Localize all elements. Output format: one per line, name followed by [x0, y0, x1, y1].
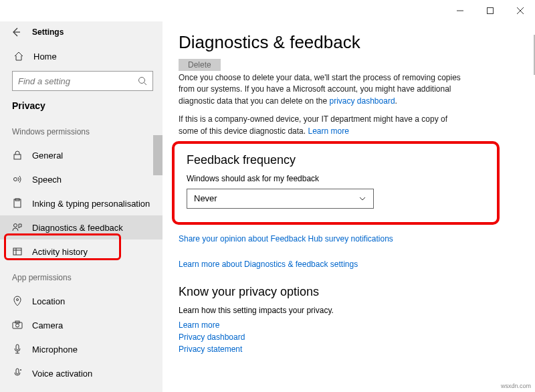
home-label: Home — [33, 52, 57, 62]
search-icon — [138, 76, 147, 86]
learn-more-link-2[interactable]: Learn more — [179, 320, 219, 330]
nav-speech[interactable]: Speech — [0, 167, 163, 191]
feedback-frequency-title: Feedback frequency — [187, 153, 485, 167]
feedback-frequency-select[interactable]: Never — [187, 189, 374, 209]
svg-rect-12 — [13, 248, 21, 255]
nav-inking[interactable]: Inking & typing personalisation — [0, 191, 163, 215]
location-icon — [12, 296, 23, 306]
nav-label: Diagnostics & feedback — [32, 223, 123, 233]
nav-diagnostics[interactable]: Diagnostics & feedback — [0, 215, 163, 239]
close-button[interactable] — [505, 1, 535, 20]
home-icon — [13, 51, 24, 62]
window-titlebar — [0, 0, 535, 21]
nav-activity[interactable]: Activity history — [0, 239, 163, 264]
highlight-annotation-box: Feedback frequency Windows should ask fo… — [172, 141, 500, 225]
microphone-icon — [12, 344, 23, 355]
svg-rect-1 — [487, 8, 493, 14]
svg-point-21 — [20, 369, 21, 371]
feedback-hub-opinion-link[interactable]: Share your opinion about Feedback Hub su… — [179, 234, 393, 243]
app-title: Settings — [32, 27, 64, 37]
svg-rect-19 — [16, 345, 19, 350]
nav-label: Speech — [32, 175, 62, 185]
nav-label: Activity history — [32, 247, 88, 257]
nav-label: Microphone — [32, 345, 78, 355]
back-button[interactable] — [9, 25, 23, 39]
privacy-dashboard-link[interactable]: privacy dashboard — [330, 96, 395, 106]
sidebar-scrollbar[interactable] — [153, 135, 163, 175]
feedback-icon — [12, 222, 23, 233]
nav-general[interactable]: General — [0, 143, 163, 167]
nav-label: General — [32, 151, 63, 161]
delete-description: Once you choose to delete your data, we'… — [179, 72, 466, 107]
sidebar: Settings Home Privacy Windows permission… — [0, 21, 163, 392]
nav-label: Location — [32, 296, 65, 306]
privacy-dashboard-link-2[interactable]: Privacy dashboard — [179, 332, 245, 342]
svg-line-6 — [144, 83, 147, 86]
minimize-button[interactable] — [445, 1, 475, 20]
lock-icon — [12, 150, 23, 161]
privacy-statement-link[interactable]: Privacy statement — [179, 345, 242, 354]
learn-more-link[interactable]: Learn more — [308, 126, 348, 136]
know-privacy-title: Know your privacy options — [179, 285, 516, 299]
nav-label: Voice activation — [32, 369, 92, 379]
voice-icon — [12, 368, 23, 379]
group-app-permissions: App permissions — [0, 264, 163, 289]
nav-label: Camera — [32, 320, 63, 330]
svg-rect-20 — [16, 369, 19, 374]
delete-button[interactable]: Delete — [179, 59, 221, 71]
clipboard-icon — [12, 198, 23, 209]
home-nav[interactable]: Home — [0, 45, 163, 68]
nav-microphone[interactable]: Microphone — [0, 337, 163, 361]
svg-rect-7 — [14, 155, 21, 159]
page-title: Diagnostics & feedback — [179, 32, 516, 53]
svg-point-15 — [17, 299, 19, 301]
search-field[interactable] — [18, 76, 138, 86]
know-privacy-sub: Learn how this setting impacts your priv… — [179, 306, 516, 315]
nav-location[interactable]: Location — [0, 289, 163, 313]
group-windows-permissions: Windows permissions — [0, 118, 163, 143]
feedback-label: Windows should ask for my feedback — [187, 174, 485, 183]
watermark: wsxdn.com — [501, 383, 531, 389]
chevron-down-icon — [358, 195, 366, 203]
svg-point-17 — [16, 324, 19, 327]
nav-voice-activation[interactable]: Voice activation — [0, 361, 163, 385]
search-input[interactable] — [12, 71, 153, 91]
history-icon — [12, 246, 23, 257]
company-device-description: If this is a company-owned device, your … — [179, 114, 466, 137]
speech-icon — [12, 174, 23, 185]
select-value: Never — [194, 193, 217, 203]
maximize-button[interactable] — [475, 1, 505, 20]
content-area: Diagnostics & feedback Delete Once you c… — [163, 21, 535, 392]
nav-camera[interactable]: Camera — [0, 313, 163, 337]
camera-icon — [12, 320, 23, 330]
category-title: Privacy — [0, 99, 163, 118]
svg-point-5 — [139, 78, 145, 84]
learn-more-diagnostics-link[interactable]: Learn more about Diagnostics & feedback … — [179, 260, 358, 269]
svg-point-8 — [14, 178, 17, 181]
nav-label: Inking & typing personalisation — [32, 199, 150, 209]
svg-point-11 — [14, 224, 17, 227]
